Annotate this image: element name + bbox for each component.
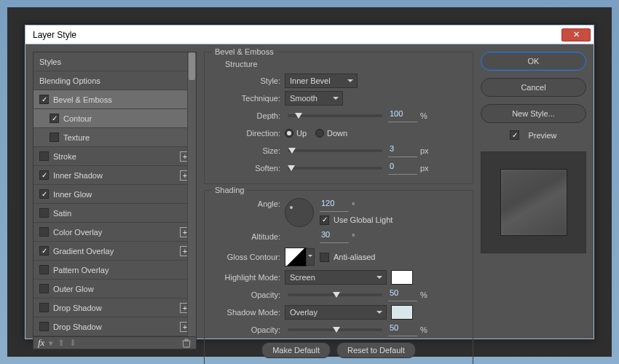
effect-row-texture[interactable]: Texture (33, 128, 196, 147)
checkbox[interactable] (39, 208, 49, 218)
technique-select[interactable]: Smooth (285, 91, 343, 106)
soften-input[interactable]: 0 (388, 162, 417, 175)
global-light-checkbox[interactable] (320, 215, 329, 225)
depth-label: Depth: (212, 111, 285, 120)
preview-label: Preview (528, 131, 556, 140)
highlight-opacity-label: Opacity: (212, 290, 285, 299)
highlight-mode-label: Highlight Mode: (212, 273, 285, 282)
checkbox[interactable] (39, 246, 49, 256)
window-title: Layer Style (33, 30, 76, 40)
cancel-button[interactable]: Cancel (481, 78, 586, 97)
fx-icon[interactable]: fx (38, 337, 44, 349)
effect-row-color-overlay[interactable]: Color Overlay + (33, 223, 196, 242)
effect-row-inner-shadow[interactable]: Inner Shadow + (33, 166, 196, 185)
checkbox[interactable] (39, 265, 49, 274)
shading-legend: Shading (212, 186, 247, 194)
structure-label: Structure (225, 60, 465, 68)
altitude-input[interactable]: 30 (320, 230, 349, 243)
soften-label: Soften: (212, 164, 285, 173)
depth-input[interactable]: 100 (388, 109, 417, 122)
checkbox[interactable] (39, 95, 49, 104)
styles-list: Styles Blending Options Bevel & Emboss C… (33, 52, 197, 337)
direction-label: Direction: (212, 129, 285, 138)
make-default-button[interactable]: Make Default (261, 342, 331, 358)
highlight-mode-select[interactable]: Screen (285, 270, 387, 285)
highlight-color-swatch[interactable] (391, 270, 413, 285)
size-slider[interactable] (288, 149, 382, 152)
preview-swatch (500, 169, 567, 236)
checkbox[interactable] (39, 227, 49, 237)
scrollbar[interactable] (187, 52, 196, 336)
checkbox[interactable] (39, 322, 49, 331)
anti-aliased-checkbox[interactable] (320, 253, 329, 262)
shadow-opacity-label: Opacity: (212, 325, 285, 334)
checkbox[interactable] (50, 114, 59, 123)
checkbox[interactable] (39, 170, 49, 180)
shadow-color-swatch[interactable] (391, 305, 413, 320)
group-legend: Bevel & Emboss (212, 47, 277, 56)
new-style-button[interactable]: New Style... (481, 104, 586, 123)
blending-options-row[interactable]: Blending Options (33, 71, 196, 90)
depth-slider[interactable] (288, 114, 382, 117)
shadow-mode-select[interactable]: Overlay (285, 305, 387, 320)
highlight-opacity-input[interactable]: 50 (388, 288, 417, 301)
titlebar[interactable]: Layer Style ✕ (25, 25, 594, 44)
move-up-icon[interactable]: ⬆ (58, 338, 65, 348)
checkbox[interactable] (39, 189, 49, 199)
effect-row-contour[interactable]: Contour (33, 109, 196, 128)
highlight-opacity-slider[interactable] (288, 293, 382, 296)
angle-input[interactable]: 120 (320, 199, 349, 212)
altitude-label: Altitude: (212, 232, 285, 241)
checkbox[interactable] (39, 151, 49, 161)
effect-row-outer-glow[interactable]: Outer Glow (33, 280, 196, 298)
size-label: Size: (212, 146, 285, 155)
shadow-mode-label: Shadow Mode: (212, 308, 285, 317)
preview-box (481, 151, 586, 253)
angle-label: Angle: (212, 198, 285, 208)
effect-row-bevel-emboss[interactable]: Bevel & Emboss (33, 90, 196, 109)
direction-down-radio[interactable] (315, 129, 324, 138)
angle-wheel[interactable] (285, 198, 314, 227)
gloss-contour-picker[interactable] (285, 248, 307, 266)
size-input[interactable]: 3 (388, 144, 417, 157)
checkbox[interactable] (39, 303, 49, 312)
soften-slider[interactable] (288, 167, 382, 170)
ok-button[interactable]: OK (481, 52, 586, 71)
effect-row-satin[interactable]: Satin (33, 204, 196, 223)
effect-row-pattern-overlay[interactable]: Pattern Overlay (33, 261, 196, 280)
reset-default-button[interactable]: Reset to Default (336, 342, 416, 358)
shading-group: Shading Angle: 120 ° Use Global Light (204, 190, 473, 364)
effect-row-drop-shadow-2[interactable]: Drop Shadow + (33, 317, 196, 336)
styles-footer: fx ▾ ⬆ ⬇ (33, 337, 197, 349)
effect-row-stroke[interactable]: Stroke + (33, 147, 196, 166)
gloss-contour-label: Gloss Contour: (212, 253, 285, 261)
technique-label: Technique: (212, 94, 285, 103)
direction-up-radio[interactable] (285, 129, 293, 138)
checkbox[interactable] (39, 284, 49, 293)
effect-row-drop-shadow[interactable]: Drop Shadow + (33, 298, 196, 317)
bevel-emboss-group: Bevel & Emboss Structure Style: Inner Be… (204, 52, 473, 184)
trash-icon[interactable] (181, 338, 192, 348)
preview-checkbox[interactable] (510, 130, 519, 140)
style-label: Style: (212, 76, 285, 85)
effect-row-inner-glow[interactable]: Inner Glow (33, 185, 196, 204)
style-select[interactable]: Inner Bevel (285, 74, 358, 88)
close-button[interactable]: ✕ (561, 28, 591, 41)
shadow-opacity-input[interactable]: 50 (388, 323, 417, 336)
layer-style-dialog: Layer Style ✕ Styles Blending Options Be… (25, 25, 594, 339)
shadow-opacity-slider[interactable] (288, 328, 382, 331)
move-down-icon[interactable]: ⬇ (69, 338, 76, 348)
checkbox[interactable] (50, 132, 59, 142)
effect-row-gradient-overlay[interactable]: Gradient Overlay + (33, 242, 196, 261)
close-icon: ✕ (573, 30, 580, 39)
styles-header[interactable]: Styles (33, 52, 196, 71)
